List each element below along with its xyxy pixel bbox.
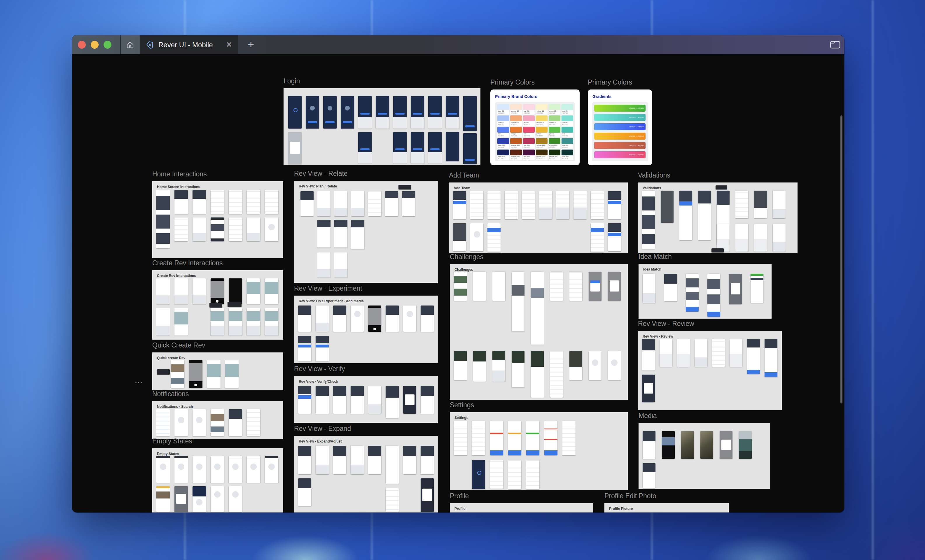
phone-thumbnail-list[interactable] (472, 421, 485, 455)
phone-thumbnail-photocard[interactable] (298, 306, 311, 332)
close-window-button[interactable] (78, 41, 86, 49)
canvas[interactable]: ... LoginPrimary ColorsPrimary Brand Col… (72, 54, 844, 512)
frame-inner-label-challenges[interactable]: Challenges (455, 267, 473, 272)
phone-thumbnail-list[interactable] (505, 191, 518, 219)
phone-thumbnail-navy-logo[interactable] (288, 96, 301, 129)
color-swatch-blue-25[interactable]: blue-25#DBE9FE (497, 104, 509, 114)
phone-thumbnail-article[interactable] (402, 191, 415, 216)
phone-thumbnail-emptyup[interactable] (403, 306, 416, 332)
color-swatch-teal-200[interactable]: teal-200#3B9090 (562, 138, 573, 149)
phone-thumbnail-white-kb[interactable] (351, 446, 364, 474)
phone-thumbnail-photoworker[interactable] (265, 278, 278, 304)
phone-thumbnail-checklist[interactable] (562, 421, 575, 455)
frame-login[interactable] (283, 88, 481, 165)
phone-thumbnail-photocard[interactable] (333, 386, 346, 414)
phone-thumbnail-empty[interactable] (175, 409, 188, 436)
phone-thumbnail-list[interactable] (454, 421, 467, 455)
phone-thumbnail-feed[interactable] (156, 190, 170, 248)
phone-thumbnail-checklist[interactable] (569, 272, 582, 301)
phone-thumbnail-white-kb[interactable] (773, 191, 786, 218)
phone-thumbnail-white-kb[interactable] (316, 306, 329, 332)
phone-thumbnail-photo-kb[interactable] (247, 308, 260, 336)
frame-inner-label-quick-create-rev[interactable]: Quick create Rev (157, 356, 185, 360)
home-tab-button[interactable] (121, 35, 139, 54)
phone-thumbnail-navyempty[interactable] (193, 486, 206, 512)
phone-thumbnail-camera[interactable] (368, 306, 381, 332)
phone-thumbnail-whitetall[interactable] (550, 351, 563, 398)
phone-thumbnail-list-kb[interactable] (574, 191, 587, 219)
color-swatch-red-50[interactable]: red-50#F2A6C0 (523, 116, 535, 126)
phone-thumbnail-feedblue[interactable] (707, 274, 720, 317)
phone-thumbnail-photostats[interactable] (765, 339, 777, 377)
phone-thumbnail-article[interactable] (351, 220, 365, 249)
phone-thumbnail-empty[interactable] (193, 409, 206, 436)
phone-thumbnail-emptynav[interactable] (156, 456, 170, 483)
phone-thumbnail-photocard2[interactable] (175, 308, 188, 336)
phone-thumbnail-white-kb[interactable] (643, 274, 655, 303)
frame-inner-label-rev-view-review[interactable]: Rev View - Review (643, 334, 673, 338)
color-swatch-red-300[interactable]: red-300#4A1140 (523, 150, 535, 160)
phone-thumbnail-empty[interactable] (193, 456, 206, 483)
phone-thumbnail-photoworker[interactable] (225, 360, 239, 388)
canvas-ellipsis[interactable]: ... (135, 377, 143, 385)
phone-thumbnail-article[interactable] (317, 220, 330, 248)
phone-thumbnail-white-kb[interactable] (193, 218, 206, 242)
phone-thumbnail-white-kb[interactable] (351, 191, 365, 216)
phone-thumbnail-photofull[interactable] (681, 431, 694, 459)
section-label-profile[interactable]: Profile (450, 491, 469, 500)
gradient-swatch[interactable]: #5A9EF5 → #3B50EE (594, 123, 646, 130)
phone-thumbnail-photo-blue[interactable] (298, 386, 311, 414)
title-bar[interactable]: Rever UI - Mobile ✕ + (72, 35, 844, 54)
color-swatch-yellow-50[interactable]: yellow-50#F6DA69 (536, 116, 548, 126)
phone-thumbnail-feedblue[interactable] (686, 274, 699, 312)
frame-inner-label-notifications[interactable]: Notifications - Search (157, 405, 193, 409)
phone-thumbnail-photostats[interactable] (747, 339, 760, 374)
phone-thumbnail-forest-kb[interactable] (493, 351, 505, 381)
phone-thumbnail-formred2[interactable] (544, 421, 557, 455)
color-swatch-teal-300[interactable]: teal-300#0E3535 (562, 150, 573, 160)
phone-thumbnail-white-kb[interactable] (334, 252, 347, 278)
phone-thumbnail-navy-kb[interactable] (446, 96, 459, 129)
phone-thumbnail-numpad[interactable] (717, 224, 729, 252)
phone-thumbnail-numpad[interactable] (677, 339, 690, 367)
phone-thumbnail-numpad[interactable] (754, 224, 767, 252)
phone-thumbnail-white-kb[interactable] (317, 252, 330, 278)
phone-thumbnail-white-kb[interactable] (156, 308, 170, 336)
phone-thumbnail-photocard[interactable] (351, 386, 364, 414)
phone-thumbnail-photoform[interactable] (642, 339, 655, 371)
phone-thumbnail-photo-blue[interactable] (316, 336, 329, 362)
phone-thumbnail-feedyellow[interactable] (156, 486, 170, 512)
gradient-swatch[interactable]: #6FE8D8 → #45B5B0 (594, 114, 646, 121)
section-label-rev-view-relate[interactable]: Rev View - Relate (294, 169, 348, 178)
phone-thumbnail-photocard[interactable] (420, 446, 434, 474)
phone-thumbnail-empty[interactable] (211, 456, 224, 483)
phone-thumbnail-white[interactable] (493, 272, 505, 301)
frame-inner-label-settings[interactable]: Settings (455, 416, 468, 420)
frame-inner-label-rev-view-relate[interactable]: Rev View: Plan / Relate (299, 184, 337, 188)
phone-thumbnail-white-kb[interactable] (175, 278, 188, 304)
phone-thumbnail-list[interactable] (247, 409, 260, 436)
minimize-window-button[interactable] (91, 41, 99, 49)
section-label-primary-colors-2[interactable]: Primary Colors (588, 78, 632, 87)
phone-thumbnail-checklist[interactable] (386, 488, 399, 512)
phone-thumbnail-forest[interactable] (512, 351, 524, 387)
phone-thumbnail-photo-blue[interactable] (608, 223, 621, 251)
phone-thumbnail-navy-welcome[interactable] (341, 96, 354, 129)
phone-thumbnail-emptytab[interactable] (247, 456, 260, 483)
phone-thumbnail-white-kb[interactable] (334, 191, 347, 216)
frame-rev-view-relate[interactable]: Rev View: Plan / Relate (294, 181, 438, 283)
phone-thumbnail-emptynav[interactable] (265, 456, 278, 483)
phone-thumbnail-datepick[interactable] (589, 272, 601, 301)
color-swatch-green[interactable]: green#5EC24A (549, 127, 560, 137)
phone-thumbnail-list[interactable] (211, 190, 224, 214)
phone-thumbnail-white[interactable] (386, 446, 399, 483)
phone-thumbnail-list-blue[interactable] (591, 223, 604, 252)
phone-thumbnail-photocard[interactable] (420, 306, 434, 332)
phone-thumbnail-photocard[interactable] (175, 190, 188, 214)
section-label-empty-states[interactable]: Empty States (152, 437, 192, 446)
gradient-swatch[interactable]: #F6C62B → #F08A1D (594, 133, 646, 140)
phone-thumbnail-photo-kb[interactable] (229, 308, 242, 336)
phone-thumbnail-list[interactable] (229, 218, 242, 242)
phone-thumbnail-navy-kb[interactable] (358, 96, 372, 129)
gradient-swatch[interactable]: #A5E22B → #3FAE3C (594, 105, 646, 112)
